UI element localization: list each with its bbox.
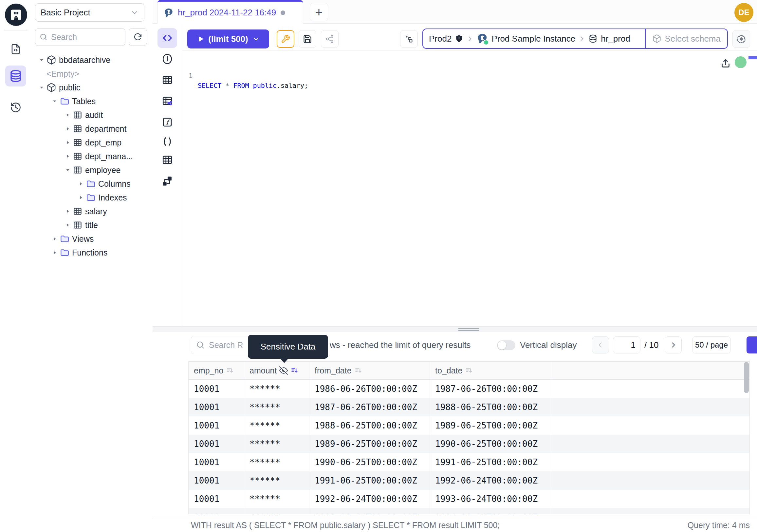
- cell-from_date[interactable]: 1990-06-25T00:00:00Z: [309, 453, 430, 471]
- grid-icon[interactable]: [162, 154, 173, 166]
- info-icon[interactable]: [162, 53, 173, 65]
- caret-down-icon[interactable]: [63, 168, 73, 172]
- export-button[interactable]: [746, 336, 757, 354]
- cell-from_date[interactable]: 1989-06-25T00:00:00Z: [309, 435, 430, 453]
- share-button[interactable]: [321, 30, 339, 48]
- column-header-emp_no[interactable]: emp_no: [189, 362, 244, 379]
- tree-item-functions[interactable]: Functions: [31, 246, 153, 260]
- caret-right-icon[interactable]: [63, 126, 73, 131]
- search-input[interactable]: [50, 32, 117, 42]
- code-mode-icon[interactable]: [158, 28, 177, 48]
- cell-emp_no[interactable]: 10001: [189, 416, 244, 435]
- refresh-button[interactable]: [129, 28, 147, 46]
- cell-to_date[interactable]: 1994-06-24T00:00:00Z: [430, 508, 552, 514]
- cell-to_date[interactable]: 1993-06-24T00:00:00Z: [430, 490, 552, 508]
- cell-to_date[interactable]: 1988-06-25T00:00:00Z: [430, 398, 552, 416]
- sql-editor[interactable]: 1 SELECT * FROM public.salary;: [182, 50, 757, 326]
- tree-item-employee[interactable]: employee: [31, 163, 153, 177]
- cell-to_date[interactable]: 1987-06-26T00:00:00Z: [430, 380, 552, 398]
- tree-item-title[interactable]: title: [31, 218, 153, 232]
- cell-from_date[interactable]: 1986-06-26T00:00:00Z: [309, 380, 430, 398]
- table-row[interactable]: 10001******1989-06-25T00:00:00Z1990-06-2…: [189, 435, 749, 453]
- caret-right-icon[interactable]: [50, 250, 60, 255]
- select-schema-button[interactable]: Select schema: [645, 29, 727, 48]
- table-row[interactable]: 10001******1990-06-25T00:00:00Z1991-06-2…: [189, 453, 749, 471]
- caret-right-icon[interactable]: [63, 140, 73, 145]
- tree-item-bbdataarchive[interactable]: bbdataarchive: [31, 53, 153, 67]
- column-header-amount[interactable]: amount: [244, 362, 309, 379]
- cell-amount[interactable]: ******: [244, 490, 309, 508]
- tree-item-tables[interactable]: Tables: [31, 94, 153, 108]
- eye-off-icon[interactable]: [279, 366, 288, 375]
- cell-amount[interactable]: ******: [244, 435, 309, 453]
- prev-page-button[interactable]: [592, 336, 609, 354]
- caret-right-icon[interactable]: [63, 112, 73, 118]
- caret-right-icon[interactable]: [63, 209, 73, 214]
- cell-emp_no[interactable]: 10001: [189, 471, 244, 490]
- cell-amount[interactable]: ******: [244, 471, 309, 490]
- table-row[interactable]: 10001******1986-06-26T00:00:00Z1987-06-2…: [189, 380, 749, 398]
- cell-amount[interactable]: ******: [244, 380, 309, 398]
- function-icon[interactable]: f: [162, 116, 173, 128]
- run-query-button[interactable]: (limit 500): [187, 29, 269, 48]
- connection-selector[interactable]: Prod2 Prod Sample Instance hr_prod: [423, 29, 645, 48]
- cell-amount[interactable]: ******: [244, 398, 309, 416]
- cell-emp_no[interactable]: 10001: [189, 490, 244, 508]
- tree-item-dept-mana[interactable]: dept_mana...: [31, 149, 153, 163]
- tree-item-department[interactable]: department: [31, 122, 153, 136]
- vertical-scrollbar[interactable]: [744, 362, 749, 393]
- upload-icon[interactable]: [720, 58, 732, 70]
- tree-item-audit[interactable]: audit: [31, 108, 153, 122]
- parentheses-icon[interactable]: [162, 136, 173, 147]
- cell-to_date[interactable]: 1992-06-24T00:00:00Z: [430, 471, 552, 490]
- cell-to_date[interactable]: 1989-06-25T00:00:00Z: [430, 416, 552, 435]
- project-selector[interactable]: Basic Project: [35, 3, 144, 22]
- next-page-button[interactable]: [665, 336, 682, 354]
- table-panel-icon[interactable]: [162, 74, 173, 86]
- ai-assistant-button[interactable]: [733, 30, 750, 48]
- cell-emp_no[interactable]: 10001: [189, 398, 244, 416]
- page-size-select[interactable]: 50 / page: [692, 336, 731, 354]
- save-button[interactable]: [299, 30, 316, 48]
- cell-emp_no[interactable]: 10001: [189, 435, 244, 453]
- caret-down-icon[interactable]: [37, 85, 46, 90]
- batch-query-button[interactable]: [400, 30, 418, 48]
- sort-icon[interactable]: [465, 366, 473, 375]
- database-icon[interactable]: [5, 66, 26, 86]
- worksheet-icon[interactable]: [7, 40, 25, 58]
- sort-icon[interactable]: [290, 366, 299, 375]
- cell-emp_no[interactable]: 10001: [189, 508, 244, 514]
- column-header-from_date[interactable]: from_date: [309, 362, 430, 379]
- avatar[interactable]: DE: [734, 3, 753, 22]
- schema-diagram-icon[interactable]: [162, 175, 173, 187]
- cell-to_date[interactable]: 1990-06-25T00:00:00Z: [430, 435, 552, 453]
- vertical-display-toggle[interactable]: [497, 340, 515, 350]
- tree-item-salary[interactable]: salary: [31, 204, 153, 218]
- caret-right-icon[interactable]: [76, 181, 86, 186]
- cell-amount[interactable]: ******: [244, 453, 309, 471]
- cell-from_date[interactable]: 1988-06-25T00:00:00Z: [309, 416, 430, 435]
- caret-right-icon[interactable]: [76, 195, 86, 200]
- cell-to_date[interactable]: 1991-06-25T00:00:00Z: [430, 453, 552, 471]
- tree-item-empty[interactable]: <Empty>: [31, 67, 153, 80]
- panel-splitter[interactable]: [153, 326, 757, 332]
- caret-right-icon[interactable]: [63, 154, 73, 159]
- tab-hr-prod[interactable]: hr_prod 2024-11-22 16:49: [157, 0, 303, 24]
- cell-emp_no[interactable]: 10001: [189, 380, 244, 398]
- tree-item-dept-emp[interactable]: dept_emp: [31, 136, 153, 149]
- cell-amount[interactable]: ******: [244, 508, 309, 514]
- history-icon[interactable]: [7, 98, 25, 117]
- cell-from_date[interactable]: 1993-06-24T00:00:00Z: [309, 508, 430, 514]
- caret-right-icon[interactable]: [50, 236, 60, 241]
- cell-from_date[interactable]: 1991-06-25T00:00:00Z: [309, 471, 430, 490]
- tree-item-public[interactable]: public: [31, 80, 153, 94]
- new-tab-button[interactable]: +: [310, 3, 328, 21]
- column-header-to_date[interactable]: to_date: [430, 362, 552, 379]
- cell-emp_no[interactable]: 10001: [189, 453, 244, 471]
- tree-item-indexes[interactable]: Indexes: [31, 191, 153, 204]
- cell-from_date[interactable]: 1992-06-24T00:00:00Z: [309, 490, 430, 508]
- sort-icon[interactable]: [354, 366, 363, 375]
- chevron-down-icon[interactable]: [252, 35, 260, 43]
- cell-amount[interactable]: ******: [244, 416, 309, 435]
- table-row[interactable]: 10001******1991-06-25T00:00:00Z1992-06-2…: [189, 471, 749, 490]
